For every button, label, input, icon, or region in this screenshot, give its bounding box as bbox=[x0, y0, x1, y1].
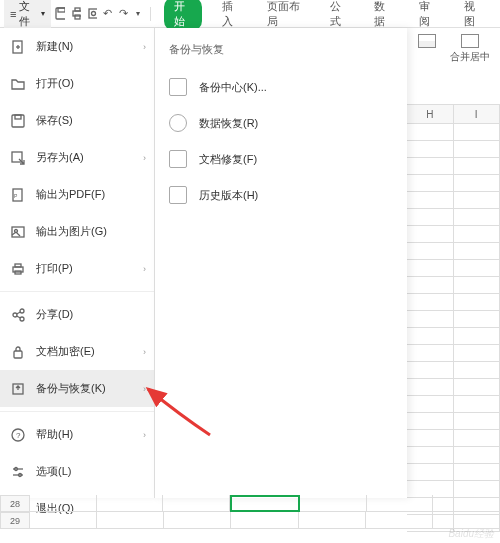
spreadsheet-grid[interactable]: H I document.write(Array.from({length:24… bbox=[407, 56, 500, 543]
print-icon bbox=[10, 261, 26, 277]
tab-view[interactable]: 视图 bbox=[458, 0, 489, 33]
menu-print[interactable]: 打印(P)› bbox=[0, 250, 154, 287]
menu-save-as[interactable]: 另存为(A)› bbox=[0, 139, 154, 176]
separator bbox=[150, 7, 151, 21]
menu-label: 另存为(A) bbox=[36, 150, 84, 165]
menu-label: 输出为图片(G) bbox=[36, 224, 107, 239]
repair-icon bbox=[169, 150, 187, 168]
chevron-down-icon: ▾ bbox=[41, 9, 45, 18]
backup-submenu: 备份与恢复 备份中心(K)... 数据恢复(R) 文档修复(F) 历史版本(H) bbox=[155, 28, 407, 498]
submenu-label: 文档修复(F) bbox=[199, 152, 257, 167]
svg-rect-1 bbox=[58, 8, 65, 12]
col-header-i[interactable]: I bbox=[454, 104, 501, 124]
file-label: 文件 bbox=[19, 0, 38, 29]
chevron-right-icon: › bbox=[143, 42, 146, 52]
menu-label: 保存(S) bbox=[36, 113, 73, 128]
help-icon: ? bbox=[10, 427, 26, 443]
menu-help[interactable]: ? 帮助(H)› bbox=[0, 416, 154, 453]
history-icon bbox=[169, 186, 187, 204]
menu-backup-restore[interactable]: 备份与恢复(K)› bbox=[0, 370, 154, 407]
grid-icon bbox=[418, 34, 436, 48]
chevron-right-icon: › bbox=[143, 430, 146, 440]
sliders-icon bbox=[10, 464, 26, 480]
submenu-label: 历史版本(H) bbox=[199, 188, 258, 203]
svg-rect-25 bbox=[14, 351, 22, 358]
svg-rect-15 bbox=[12, 227, 24, 237]
menu-label: 分享(D) bbox=[36, 307, 73, 322]
chevron-right-icon: › bbox=[143, 347, 146, 357]
save-icon bbox=[10, 113, 26, 129]
menu-encrypt[interactable]: 文档加密(E)› bbox=[0, 333, 154, 370]
menu-label: 文档加密(E) bbox=[36, 344, 95, 359]
file-menu-button[interactable]: ≡ 文件 ▾ bbox=[4, 0, 51, 32]
chevron-right-icon: › bbox=[143, 384, 146, 394]
svg-rect-0 bbox=[56, 8, 65, 19]
recovery-icon bbox=[169, 114, 187, 132]
svg-rect-4 bbox=[75, 15, 80, 19]
submenu-label: 数据恢复(R) bbox=[199, 116, 258, 131]
chevron-down-icon[interactable]: ▾ bbox=[132, 7, 145, 21]
submenu-doc-repair[interactable]: 文档修复(F) bbox=[155, 141, 407, 177]
menu-open[interactable]: 打开(O) bbox=[0, 65, 154, 102]
divider bbox=[0, 291, 154, 292]
hamburger-icon: ≡ bbox=[10, 8, 16, 20]
selected-cell[interactable] bbox=[230, 495, 300, 512]
submenu-backup-center[interactable]: 备份中心(K)... bbox=[155, 69, 407, 105]
merge-icon bbox=[461, 34, 479, 48]
folder-open-icon bbox=[10, 76, 26, 92]
new-file-icon bbox=[10, 39, 26, 55]
save-icon[interactable] bbox=[53, 7, 67, 21]
menu-new[interactable]: 新建(N)› bbox=[0, 28, 154, 65]
svg-text:?: ? bbox=[16, 431, 21, 440]
divider bbox=[0, 411, 154, 412]
svg-rect-10 bbox=[12, 115, 24, 127]
menu-label: 打开(O) bbox=[36, 76, 74, 91]
col-header-h[interactable]: H bbox=[407, 104, 454, 124]
visible-rows: 28 29 bbox=[0, 495, 500, 529]
svg-rect-3 bbox=[75, 8, 80, 11]
preview-icon[interactable] bbox=[85, 7, 99, 21]
tab-review[interactable]: 审阅 bbox=[413, 0, 444, 33]
chevron-right-icon: › bbox=[143, 264, 146, 274]
menu-label: 备份与恢复(K) bbox=[36, 381, 106, 396]
svg-rect-11 bbox=[15, 115, 21, 119]
svg-line-23 bbox=[17, 312, 21, 314]
menu-export-image[interactable]: 输出为图片(G) bbox=[0, 213, 154, 250]
print-icon[interactable] bbox=[69, 7, 83, 21]
chevron-right-icon: › bbox=[143, 153, 146, 163]
submenu-title: 备份与恢复 bbox=[155, 36, 407, 63]
row-header-29[interactable]: 29 bbox=[0, 512, 30, 529]
tab-start[interactable]: 开始 bbox=[164, 0, 203, 31]
menu-label: 选项(L) bbox=[36, 464, 71, 479]
backup-icon bbox=[10, 381, 26, 397]
format-cells-button[interactable] bbox=[414, 32, 440, 52]
submenu-label: 备份中心(K)... bbox=[199, 80, 267, 95]
menu-label: 输出为PDF(F) bbox=[36, 187, 105, 202]
menu-label: 打印(P) bbox=[36, 261, 73, 276]
menu-save[interactable]: 保存(S) bbox=[0, 102, 154, 139]
quick-toolbar: ≡ 文件 ▾ ↶ ↷ ▾ 开始 插入 页面布局 公式 数据 审阅 视图 bbox=[0, 0, 500, 28]
backup-center-icon bbox=[169, 78, 187, 96]
svg-point-6 bbox=[92, 12, 96, 16]
redo-icon[interactable]: ↷ bbox=[117, 7, 130, 21]
menu-label: 帮助(H) bbox=[36, 427, 73, 442]
share-icon bbox=[10, 307, 26, 323]
image-icon bbox=[10, 224, 26, 240]
svg-rect-18 bbox=[15, 264, 21, 267]
submenu-history[interactable]: 历史版本(H) bbox=[155, 177, 407, 213]
svg-text:P: P bbox=[14, 193, 18, 199]
pdf-icon: P bbox=[10, 187, 26, 203]
menu-export-pdf[interactable]: P 输出为PDF(F) bbox=[0, 176, 154, 213]
lock-icon bbox=[10, 344, 26, 360]
file-dropdown-menu: 新建(N)› 打开(O) 保存(S) 另存为(A)› P 输出为PDF(F) 输… bbox=[0, 28, 155, 498]
menu-options[interactable]: 选项(L) bbox=[0, 453, 154, 490]
watermark: Baidu经验 bbox=[448, 527, 494, 541]
submenu-data-recovery[interactable]: 数据恢复(R) bbox=[155, 105, 407, 141]
svg-line-24 bbox=[17, 316, 21, 318]
undo-icon[interactable]: ↶ bbox=[101, 7, 114, 21]
column-headers[interactable]: H I bbox=[407, 104, 500, 124]
menu-label: 新建(N) bbox=[36, 39, 73, 54]
row-header-28[interactable]: 28 bbox=[0, 495, 30, 512]
menu-share[interactable]: 分享(D) bbox=[0, 296, 154, 333]
save-as-icon bbox=[10, 150, 26, 166]
